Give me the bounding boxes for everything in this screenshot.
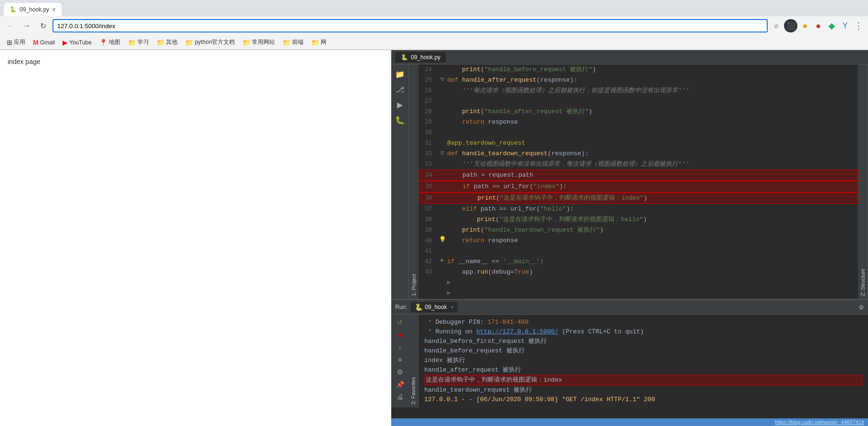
project-panel-label[interactable]: 1: Project [408, 64, 418, 299]
bookmark-other[interactable]: 📁 其他 [154, 37, 180, 47]
bookmark-apps[interactable]: ⊞ 应用 [4, 37, 28, 47]
ide-file-icon: 🐍 [401, 54, 408, 61]
structure-panel-label[interactable]: Z: Structure [858, 64, 868, 299]
bookmark-gmail[interactable]: M Gmail [30, 38, 58, 47]
address-bar[interactable] [52, 19, 768, 32]
code-line-26: 26 '''每次请求（视图函数处理）之后都被执行，前提是视图函数中没有出现异常'… [418, 85, 858, 96]
bookmark-star-icon[interactable]: ☆ [771, 20, 782, 32]
debug-icon[interactable]: 🐛 [394, 114, 406, 126]
frontend-icon: 📁 [282, 39, 291, 46]
line-number-39: 39 [418, 225, 438, 235]
browser-tab[interactable]: 🐍 09_hook.py × [4, 3, 62, 16]
back-button[interactable]: ← [4, 19, 17, 32]
line-content-32: def handle_teardown_request(response): [447, 149, 858, 159]
bookmark-youtube-label: YouTube [69, 39, 92, 46]
run-panel-settings-icon[interactable]: ⚙ [858, 304, 864, 311]
expand-arrow-1[interactable]: ▶ [418, 277, 858, 288]
other-icon: 📁 [157, 39, 165, 46]
line-number-27: 27 [418, 96, 438, 106]
extension-icon-3[interactable]: ● [813, 20, 824, 32]
toolbar-icons: ☆ ⬛ ● ● ◆ Y ⋮ [771, 19, 864, 32]
line-number-30: 30 [418, 128, 438, 138]
bookmark-frontend[interactable]: 📁 前端 [280, 37, 306, 47]
ide-file-tab[interactable]: 🐍 09_hook.py [395, 52, 446, 63]
code-line-34: 34 path = request.path [418, 170, 858, 181]
reload-button[interactable]: ↻ [36, 19, 50, 32]
code-line-36: 36 print("这是在请求钩子中，判断请求的视图逻辑：index") [418, 192, 858, 204]
code-editor[interactable]: 24 print("handle_before_request 被执行") 25… [418, 64, 858, 299]
page-content: index page [8, 58, 383, 65]
bookmark-web[interactable]: 📁 网 [308, 37, 329, 47]
code-line-40: 40 💡 return response [418, 235, 858, 246]
bookmark-gmail-label: Gmail [40, 39, 55, 46]
run-icon[interactable]: ▶ [394, 99, 406, 110]
run-panel-python-icon: 🐍 [415, 303, 423, 311]
expand-content-1: ▶ [447, 278, 858, 288]
line-number-40: 40 [418, 236, 438, 245]
run-output-line-8: handle_teardown_request 被执行 [424, 385, 862, 395]
line-content-37: elif path == url_for("hello"): [447, 204, 858, 214]
rerun-icon[interactable]: ↺ [395, 318, 405, 327]
run-tab-close[interactable]: × [450, 304, 453, 310]
scroll-down-icon[interactable]: ↓ [395, 342, 405, 352]
folder-icon[interactable]: 📁 [394, 68, 406, 80]
menu-button[interactable]: ⋮ [853, 20, 864, 32]
line-number-28: 28 [418, 107, 438, 117]
code-line-29: 29 return response [418, 117, 858, 128]
bookmark-web-label: 网 [321, 38, 326, 46]
bookmark-study[interactable]: 📁 学习 [125, 37, 152, 47]
code-line-39: 39 print("handle_teardown_request 被执行") [418, 225, 858, 235]
code-line-32: 32 ▽ def handle_teardown_request(respons… [418, 149, 858, 159]
tab-close-button[interactable]: × [52, 6, 56, 13]
tab-favicon: 🐍 [10, 6, 17, 13]
print-icon[interactable]: 🖨 [395, 392, 405, 402]
browser-chrome: 🐍 09_hook.py × ← → ↻ ☆ ⬛ ● ● ◆ Y ⋮ ⊞ 应用 … [0, 0, 868, 50]
gutter-42: ▶ [438, 257, 447, 263]
ide-area: 🐍 09_hook.py 📁 ⎇ ▶ 🐛 1: Project 24 [391, 50, 868, 426]
line-content-28: print("handle_after_request 被执行") [447, 107, 858, 117]
bookmark-python-docs[interactable]: 📁 python官方文档 [182, 37, 238, 47]
extension-puzzle-icon[interactable]: ⬛ [784, 19, 797, 32]
status-url-link[interactable]: https://blog.csdn.net/weixin_44827418 [775, 419, 864, 425]
bookmark-common-sites-label: 常用网站 [252, 38, 275, 46]
tab-label: 09_hook.py [20, 6, 49, 13]
commit-icon[interactable]: ⎇ [394, 84, 406, 95]
run-panel-header: Run: 🐍 09_hook × ⚙ [391, 300, 868, 315]
browser-page: index page [0, 50, 391, 426]
line-content-40: return response [447, 236, 858, 245]
web-icon: 📁 [311, 39, 319, 46]
maps-icon: 📍 [99, 39, 107, 46]
common-sites-icon: 📁 [242, 39, 251, 46]
code-line-38: 38 print("这是在请求钩子中，判断请求的视图逻辑：hello") [418, 214, 858, 225]
favorites-panel-label[interactable]: 2: Favorites [408, 315, 418, 407]
filter-icon[interactable]: ≡ [395, 355, 405, 364]
bookmark-youtube[interactable]: ▶ YouTube [60, 38, 94, 47]
code-line-30: 30 [418, 128, 858, 138]
forward-button[interactable]: → [20, 19, 33, 32]
tab-bar: 🐍 09_hook.py × [0, 0, 868, 16]
run-panel-tab-hook[interactable]: 🐍 09_hook × [411, 302, 457, 312]
expand-arrow-2[interactable]: ▶ [418, 288, 858, 298]
running-url-link[interactable]: http://127.0.0.1:5000/ [476, 328, 558, 335]
line-number-35: 35 [419, 182, 438, 192]
line-number-26: 26 [418, 86, 438, 96]
run-output: * Debugger PIN: 171-841-480 * Running on… [418, 315, 868, 407]
stop-icon[interactable]: ■ [395, 330, 405, 340]
bookmark-maps[interactable]: 📍 地图 [96, 37, 123, 47]
line-content-24: print("handle_before_request 被执行") [447, 65, 858, 75]
line-content-43: app.run(debug=True) [447, 267, 858, 277]
bookmark-common-sites[interactable]: 📁 常用网站 [240, 37, 278, 47]
extension-icon-2[interactable]: ● [799, 20, 811, 32]
line-number-25: 25 [418, 75, 438, 85]
extension-icon-4[interactable]: ◆ [826, 20, 837, 32]
code-line-27: 27 [418, 96, 858, 106]
extension-icon-5[interactable]: Y [839, 20, 851, 32]
code-line-42: 42 ▶ if __name__ == '__main__': [418, 256, 858, 267]
pin-icon[interactable]: 📌 [395, 380, 405, 389]
line-content-33: '''无论视图函数中有没有出现异常，每次请求（视图函数处理）之后都被执行''' [447, 160, 858, 169]
run-output-line-1: * Debugger PIN: 171-841-480 [424, 318, 862, 327]
settings2-icon[interactable]: ⚙ [395, 367, 405, 377]
line-content-39: print("handle_teardown_request 被执行") [447, 225, 858, 235]
bookmark-other-label: 其他 [166, 38, 178, 46]
browser-toolbar: ← → ↻ ☆ ⬛ ● ● ◆ Y ⋮ [0, 16, 868, 35]
